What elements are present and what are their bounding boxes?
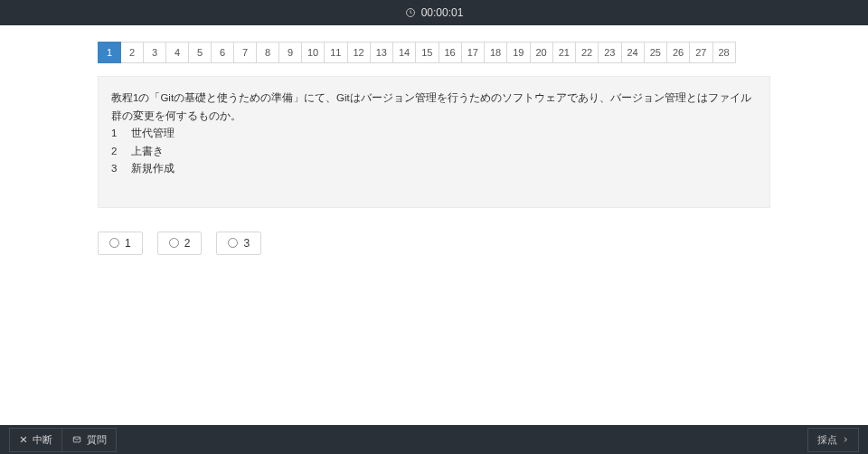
pager-item-12[interactable]: 12 xyxy=(347,42,371,63)
answer-option-1[interactable]: 1 xyxy=(98,232,143,255)
mail-icon xyxy=(71,435,82,444)
pager-item-17[interactable]: 17 xyxy=(461,42,485,63)
question-choice-number: 1 xyxy=(111,125,120,143)
radio-icon xyxy=(169,238,179,248)
pager-item-24[interactable]: 24 xyxy=(621,42,645,63)
question-choice-number: 3 xyxy=(111,160,120,178)
question-choice-text: 上書き xyxy=(131,143,164,161)
abort-button[interactable]: 中断 xyxy=(9,428,62,452)
pager-item-4[interactable]: 4 xyxy=(165,42,189,63)
pager-item-25[interactable]: 25 xyxy=(644,42,667,63)
answer-options: 123 xyxy=(98,232,770,255)
bottom-bar: 中断 質問 採点 xyxy=(0,425,868,454)
pager-item-3[interactable]: 3 xyxy=(143,42,166,63)
pager-item-26[interactable]: 26 xyxy=(666,42,690,63)
pager-item-22[interactable]: 22 xyxy=(575,42,599,63)
pager-item-6[interactable]: 6 xyxy=(211,42,234,63)
radio-icon xyxy=(228,238,238,248)
question-choice-line: 2上書き xyxy=(111,143,757,161)
timer-text: 00:00:01 xyxy=(421,6,464,19)
question-pager: 1234567891011121314151617181920212223242… xyxy=(98,42,770,63)
pager-item-27[interactable]: 27 xyxy=(689,42,712,63)
question-choice-text: 新規作成 xyxy=(131,160,175,178)
main-content: 1234567891011121314151617181920212223242… xyxy=(0,25,868,255)
top-bar: 00:00:01 xyxy=(0,0,868,25)
chevron-right-icon xyxy=(842,435,849,444)
pager-item-19[interactable]: 19 xyxy=(506,42,530,63)
question-box: 教程1の「Gitの基礎と使うための準備」にて、Gitはバージョン管理を行うための… xyxy=(98,76,770,208)
inquiry-button[interactable]: 質問 xyxy=(61,428,117,452)
answer-option-label: 1 xyxy=(125,237,131,250)
pager-item-18[interactable]: 18 xyxy=(484,42,507,63)
pager-item-23[interactable]: 23 xyxy=(598,42,621,63)
grade-label: 採点 xyxy=(817,433,837,447)
footer-left-group: 中断 質問 xyxy=(9,428,117,452)
pager-item-2[interactable]: 2 xyxy=(120,42,144,63)
abort-label: 中断 xyxy=(33,433,52,447)
question-choice-line: 1世代管理 xyxy=(111,125,757,143)
question-choice-line: 3新規作成 xyxy=(111,160,757,178)
question-prompt: 教程1の「Gitの基礎と使うための準備」にて、Gitはバージョン管理を行うための… xyxy=(111,90,757,125)
close-icon xyxy=(19,435,28,444)
question-choice-number: 2 xyxy=(111,143,120,161)
pager-item-13[interactable]: 13 xyxy=(370,42,393,63)
pager-item-10[interactable]: 10 xyxy=(301,42,325,63)
answer-option-label: 3 xyxy=(243,237,250,250)
pager-item-20[interactable]: 20 xyxy=(530,42,553,63)
answer-option-3[interactable]: 3 xyxy=(216,232,261,255)
pager-item-14[interactable]: 14 xyxy=(392,42,416,63)
pager-item-5[interactable]: 5 xyxy=(188,42,212,63)
pager-item-1[interactable]: 1 xyxy=(98,42,121,63)
pager-item-28[interactable]: 28 xyxy=(712,42,736,63)
pager-item-8[interactable]: 8 xyxy=(256,42,279,63)
pager-item-7[interactable]: 7 xyxy=(233,42,257,63)
answer-option-2[interactable]: 2 xyxy=(157,232,203,255)
pager-item-11[interactable]: 11 xyxy=(324,42,347,63)
pager-item-21[interactable]: 21 xyxy=(552,42,576,63)
pager-item-9[interactable]: 9 xyxy=(278,42,302,63)
inquiry-label: 質問 xyxy=(87,433,107,447)
pager-item-15[interactable]: 15 xyxy=(415,42,439,63)
radio-icon xyxy=(109,238,119,248)
question-choice-text: 世代管理 xyxy=(131,125,175,143)
answer-option-label: 2 xyxy=(184,237,191,250)
pager-item-16[interactable]: 16 xyxy=(439,42,462,63)
clock-icon xyxy=(405,7,416,18)
grade-button[interactable]: 採点 xyxy=(807,428,859,452)
